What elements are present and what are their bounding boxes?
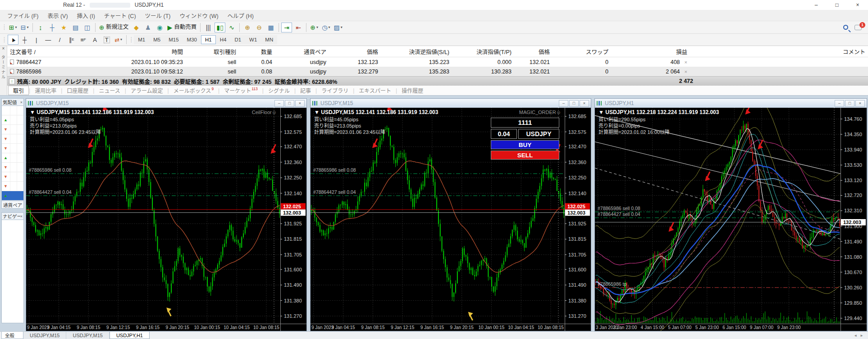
- zoom-out-button[interactable]: ⊖: [254, 23, 265, 32]
- chart-tab-1[interactable]: USDJPY,M15: [66, 332, 109, 339]
- buy-button[interactable]: BUY: [491, 140, 559, 149]
- restore-button[interactable]: □: [827, 0, 847, 10]
- sell-button[interactable]: SELL: [491, 151, 559, 160]
- chart-minimize-button[interactable]: –: [274, 100, 284, 107]
- line-chart-mode-button[interactable]: ∿: [226, 23, 237, 32]
- close-button[interactable]: ×: [847, 0, 868, 10]
- bar-chart-mode-button[interactable]: |||: [203, 23, 214, 32]
- timeframe-h1[interactable]: H1: [201, 35, 216, 44]
- terminal-tab-7[interactable]: シグナル: [264, 86, 294, 95]
- indicators-list-dropdown-icon[interactable]: ▾: [316, 26, 318, 29]
- chart-minimize-button[interactable]: –: [835, 100, 844, 107]
- orders-column-3[interactable]: 数量: [239, 47, 275, 56]
- templates-list-button[interactable]: ▨▾: [332, 23, 343, 32]
- chart-close-button[interactable]: ×: [855, 100, 865, 107]
- trendline-tool-button[interactable]: /: [55, 35, 65, 45]
- market-watch-row[interactable]: [2, 106, 23, 115]
- magic-number-field[interactable]: 1111: [491, 118, 559, 128]
- chart-window-2[interactable]: USDJPY,H1–□×#78865986 sell 0.08#78864427…: [594, 98, 867, 331]
- market-watch-row[interactable]: ▼: [2, 163, 23, 172]
- market-watch-row[interactable]: ▼: [2, 125, 23, 134]
- chart-close-button[interactable]: ×: [580, 100, 589, 107]
- orders-column-5[interactable]: 価格: [329, 47, 381, 56]
- orders-column-1[interactable]: 時間: [83, 47, 186, 56]
- menu-item-2[interactable]: 挿入 (I): [73, 11, 100, 20]
- timeframe-m5[interactable]: M5: [149, 35, 164, 44]
- terminal-tab-4[interactable]: アラーム設定: [126, 86, 168, 95]
- chart-minimize-button[interactable]: –: [559, 100, 568, 107]
- lot-size-field[interactable]: 0.04: [491, 129, 517, 139]
- orders-column-8[interactable]: 価格: [514, 47, 553, 56]
- periods-list-dropdown-icon[interactable]: ▾: [328, 26, 330, 29]
- time-axis[interactable]: 9 Jan 20239 Jan 04:159 Jan 08:159 Jan 12…: [27, 325, 279, 330]
- menu-item-3[interactable]: チャート (C): [100, 11, 141, 20]
- timeframe-w1[interactable]: W1: [245, 35, 261, 44]
- menu-item-6[interactable]: ヘルプ (H): [223, 11, 258, 20]
- terminal-tab-11[interactable]: 操作履歴: [397, 86, 428, 95]
- new-chart-dropdown-icon[interactable]: ▾: [15, 26, 17, 29]
- terminal-tab-6[interactable]: マーケット113: [219, 86, 262, 95]
- fibonacci-tool-button[interactable]: ≡F: [78, 35, 89, 45]
- time-axis[interactable]: 3 Jan 20233 Jan 23:004 Jan 15:005 Jan 07…: [596, 325, 801, 330]
- timeframe-d1[interactable]: D1: [230, 35, 245, 44]
- templates-list-dropdown-icon[interactable]: ▾: [341, 26, 343, 29]
- terminal-tab-10[interactable]: エキスパート: [354, 86, 396, 95]
- crosshair-button[interactable]: ┼: [47, 23, 58, 32]
- market-watch-row[interactable]: ▲: [2, 153, 23, 163]
- orders-column-6[interactable]: 決済逆指値(S/L): [381, 47, 452, 56]
- label-tool-button[interactable]: T: [101, 35, 112, 45]
- scripts-button[interactable]: ◆: [131, 23, 142, 32]
- chart-tab-0[interactable]: USDJPY,M15: [23, 332, 66, 339]
- terminal-tab-8[interactable]: 記事: [296, 86, 315, 95]
- order-close-icon[interactable]: ×: [685, 60, 687, 65]
- orders-column-11[interactable]: コメント: [690, 47, 868, 56]
- auto-trading-button[interactable]: ▶自動売買: [166, 23, 198, 32]
- price-chart[interactable]: #78865986 sell 0.08#78864427 sell 0.04#7…: [595, 108, 867, 331]
- market-watch-tab-symbols[interactable]: 通貨ペア: [1, 201, 24, 209]
- arrows-tool-button[interactable]: ⇄▾: [113, 35, 124, 45]
- chart-close-button[interactable]: ×: [295, 100, 305, 107]
- chart-window-titlebar[interactable]: USDJPY,M15–□×: [26, 99, 306, 108]
- timeframe-m30[interactable]: M30: [183, 35, 201, 44]
- terminal-tab-1[interactable]: 運用比率: [30, 86, 61, 95]
- periods-list-button[interactable]: ◷▾: [320, 23, 331, 32]
- indicators-list-button[interactable]: ⊕▾: [309, 23, 320, 32]
- terminal-close-icon[interactable]: ×: [2, 46, 5, 51]
- terminal-tab-3[interactable]: ニュース: [94, 86, 124, 95]
- terminal-tab-2[interactable]: 口座履歴: [62, 86, 93, 95]
- vertical-line-tool-button[interactable]: |: [31, 35, 42, 45]
- orders-column-2[interactable]: 取引種別: [186, 47, 239, 56]
- auto-scroll-button[interactable]: ⇥: [281, 23, 292, 32]
- timeframe-h4[interactable]: H4: [216, 35, 231, 44]
- tab-scroll-arrows[interactable]: ◄►: [854, 332, 868, 339]
- search-icon[interactable]: [843, 25, 848, 30]
- text-tool-button[interactable]: A: [90, 35, 101, 45]
- orders-column-10[interactable]: 損益: [611, 47, 690, 56]
- timeframe-mn[interactable]: MN: [261, 35, 277, 44]
- data-window-button[interactable]: ◫: [82, 23, 93, 32]
- market-watch-close-icon[interactable]: ×: [20, 100, 23, 105]
- channel-tool-button[interactable]: ∥E: [66, 35, 77, 45]
- market-watch-row[interactable]: ▼: [2, 144, 23, 153]
- menu-item-4[interactable]: ツール (T): [141, 11, 175, 20]
- terminal-tab-0[interactable]: 取引: [8, 86, 29, 95]
- chart-window-titlebar[interactable]: USDJPY,M15–□×: [311, 99, 591, 108]
- orders-column-0[interactable]: 注文番号 /: [7, 47, 83, 56]
- menu-item-0[interactable]: ファイル (F): [3, 11, 43, 20]
- symbol-field[interactable]: USDJPY: [518, 129, 559, 139]
- tile-windows-button[interactable]: ▦: [265, 23, 276, 32]
- chart-tab-2[interactable]: USDJPY,H1: [110, 332, 150, 339]
- navigator-tab-common[interactable]: 全般: [1, 332, 23, 339]
- time-axis[interactable]: 9 Jan 20239 Jan 04:159 Jan 08:159 Jan 12…: [311, 325, 564, 330]
- chart-restore-button[interactable]: □: [569, 100, 579, 107]
- new-order-button[interactable]: ⊕新規注文: [98, 23, 130, 32]
- market-watch-row[interactable]: ▼: [2, 182, 23, 191]
- tab-scroll-right-icon[interactable]: ►: [860, 334, 863, 338]
- order-row[interactable]: 788644272023.01.10 09:35:23sell0.04usdjp…: [7, 57, 868, 67]
- market-watch-row[interactable]: ▼: [2, 172, 23, 182]
- terminal-tab-5[interactable]: メールボックス9: [169, 86, 218, 95]
- price-chart[interactable]: #78865986 sell 0.08#78864427 sell 0.0413…: [26, 108, 306, 331]
- chart-shift-button[interactable]: ⇤: [293, 23, 304, 32]
- profiles-button[interactable]: ⊟▾: [19, 23, 30, 32]
- signals-button[interactable]: ◉: [154, 23, 165, 32]
